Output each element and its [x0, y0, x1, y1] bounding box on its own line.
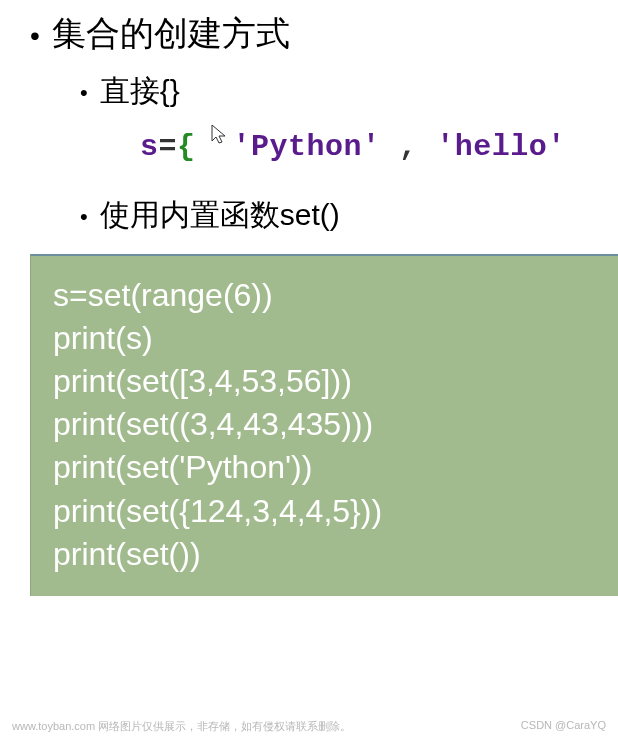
bullet-dot: •	[30, 16, 40, 55]
bullet-dot: •	[80, 202, 88, 233]
footer: www.toyban.com 网络图片仅供展示，非存储，如有侵权请联系删除。 C…	[0, 719, 618, 734]
token-lbrace: {	[177, 130, 196, 164]
code-line: print(set('Python'))	[53, 446, 597, 489]
code-line: print(set((3,4,43,435)))	[53, 403, 597, 446]
bullet-l2b-text: 使用内置函数set()	[100, 194, 340, 236]
code-line: print(set({124,3,4,4,5}))	[53, 490, 597, 533]
footer-left: www.toyban.com 网络图片仅供展示，非存储，如有侵权请联系删除。	[12, 719, 351, 734]
code-block: s=set(range(6)) print(s) print(set([3,4,…	[30, 254, 618, 596]
bullet-level-2b: • 使用内置函数set()	[80, 194, 618, 236]
bullet-l1-text: 集合的创建方式	[52, 10, 290, 58]
token-comma-1: ,	[399, 130, 418, 164]
bullet-level-2a: • 直接{}	[80, 70, 618, 112]
cursor-icon	[210, 120, 228, 154]
token-string-2: 'hello'	[436, 130, 566, 164]
bullet-dot: •	[80, 78, 88, 109]
token-var: s	[140, 130, 159, 164]
token-string-1: 'Python'	[233, 130, 381, 164]
bullet-l2a-text: 直接{}	[100, 70, 180, 112]
footer-right: CSDN @CaraYQ	[521, 719, 606, 734]
code-line: print(s)	[53, 317, 597, 360]
code-line: print(set([3,4,53,56]))	[53, 360, 597, 403]
bullet-level-1: • 集合的创建方式	[30, 10, 618, 58]
code-line: s=set(range(6))	[53, 274, 597, 317]
inline-code-example: s={ 'Python' , 'hello' , 90 }	[140, 130, 618, 164]
code-line: print(set())	[53, 533, 597, 576]
token-equals: =	[159, 130, 178, 164]
